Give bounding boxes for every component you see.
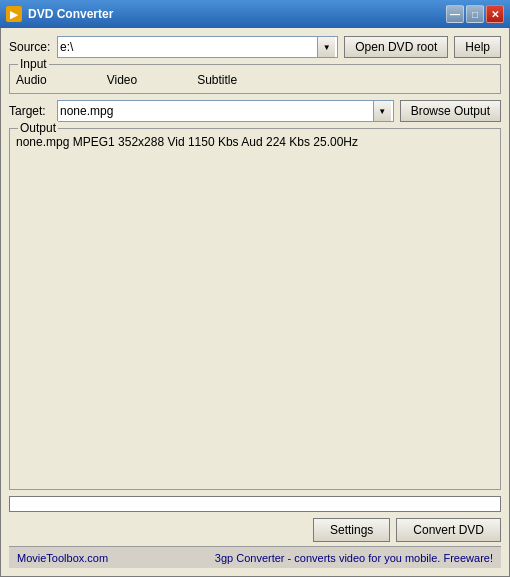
source-combo[interactable]: ▼ [57,36,338,58]
source-row: Source: ▼ Open DVD root Help [9,36,501,58]
output-group: Output none.mpg MPEG1 352x288 Vid 1150 K… [9,128,501,490]
footer-right-text: 3gp Converter - converts video for you m… [215,552,493,564]
title-bar-controls: — □ ✕ [446,5,504,23]
output-group-label: Output [18,121,58,135]
minimize-button[interactable]: — [446,5,464,23]
target-dropdown-arrow[interactable]: ▼ [373,101,391,121]
help-button[interactable]: Help [454,36,501,58]
target-combo[interactable]: ▼ [57,100,394,122]
audio-label: Audio [16,73,47,87]
close-button[interactable]: ✕ [486,5,504,23]
browse-output-button[interactable]: Browse Output [400,100,501,122]
title-bar-text: DVD Converter [28,7,446,21]
settings-button[interactable]: Settings [313,518,390,542]
source-dropdown-arrow[interactable]: ▼ [317,37,335,57]
progress-bar-container [9,496,501,512]
convert-dvd-button[interactable]: Convert DVD [396,518,501,542]
target-input[interactable] [60,104,373,118]
footer-bar: MovieToolbox.com 3gp Converter - convert… [9,546,501,568]
input-group-label: Input [18,57,49,71]
source-input[interactable] [60,40,317,54]
output-content: none.mpg MPEG1 352x288 Vid 1150 Kbs Aud … [10,129,500,489]
input-group: Input Audio Video Subtitle [9,64,501,94]
footer-left-link[interactable]: MovieToolbox.com [17,552,108,564]
main-window: Source: ▼ Open DVD root Help Input Audio… [0,28,510,577]
open-dvd-root-button[interactable]: Open DVD root [344,36,448,58]
video-label: Video [107,73,137,87]
target-row: Target: ▼ Browse Output [9,100,501,122]
bottom-buttons: Settings Convert DVD [9,518,501,542]
app-icon: ▶ [6,6,22,22]
input-items-row: Audio Video Subtitle [16,69,494,87]
target-label: Target: [9,104,57,118]
output-text: none.mpg MPEG1 352x288 Vid 1150 Kbs Aud … [16,135,358,149]
maximize-button[interactable]: □ [466,5,484,23]
subtitle-label: Subtitle [197,73,237,87]
progress-area: Settings Convert DVD [9,490,501,546]
source-label: Source: [9,40,57,54]
title-bar: ▶ DVD Converter — □ ✕ [0,0,510,28]
